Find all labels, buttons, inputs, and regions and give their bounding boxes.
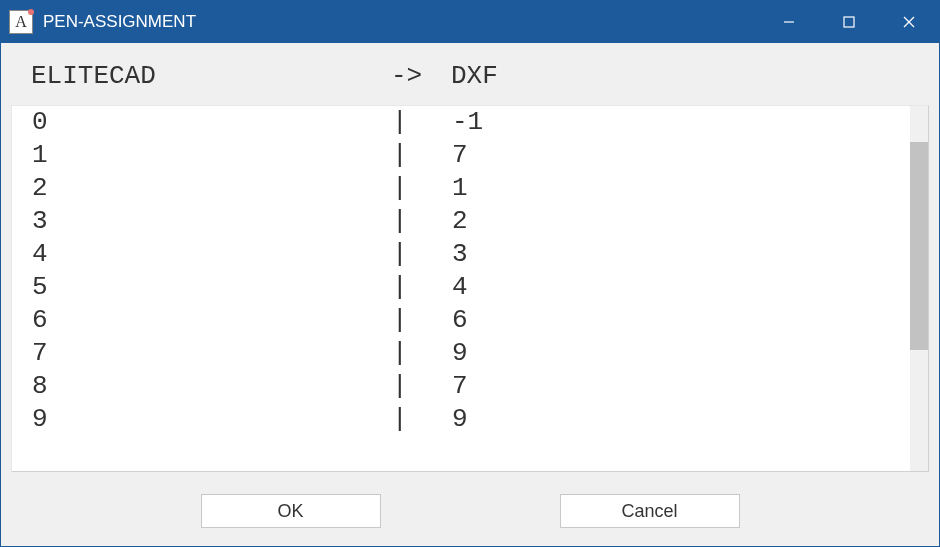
separator-icon: | xyxy=(392,271,452,304)
cell-elitecad: 8 xyxy=(32,370,392,403)
table-row[interactable]: 6|6 xyxy=(32,304,890,337)
cell-dxf: 7 xyxy=(452,139,890,172)
separator-icon: | xyxy=(392,370,452,403)
window-title: PEN-ASSIGNMENT xyxy=(43,12,759,32)
table-row[interactable]: 1|7 xyxy=(32,139,890,172)
table-row[interactable]: 9|9 xyxy=(32,403,890,436)
scrollbar[interactable] xyxy=(910,106,928,471)
svg-rect-1 xyxy=(844,17,854,27)
cell-dxf: 9 xyxy=(452,403,890,436)
cell-elitecad: 1 xyxy=(32,139,392,172)
cell-dxf: 7 xyxy=(452,370,890,403)
button-row: OK Cancel xyxy=(1,476,939,546)
cell-elitecad: 4 xyxy=(32,238,392,271)
app-icon: A xyxy=(9,10,33,34)
separator-icon: | xyxy=(392,337,452,370)
separator-icon: | xyxy=(392,403,452,436)
separator-icon: | xyxy=(392,238,452,271)
cell-elitecad: 5 xyxy=(32,271,392,304)
cell-dxf: 2 xyxy=(452,205,890,238)
close-button[interactable] xyxy=(879,1,939,43)
column-headers: ELITECAD -> DXF xyxy=(1,43,939,105)
table-row[interactable]: 0|-1 xyxy=(32,106,890,139)
cell-dxf: 6 xyxy=(452,304,890,337)
table-row[interactable]: 3|2 xyxy=(32,205,890,238)
table-row[interactable]: 2|1 xyxy=(32,172,890,205)
mapping-list-inner[interactable]: 0|-11|72|13|24|35|46|67|98|79|9 xyxy=(12,106,910,471)
separator-icon: | xyxy=(392,139,452,172)
table-row[interactable]: 8|7 xyxy=(32,370,890,403)
cell-dxf: 1 xyxy=(452,172,890,205)
header-arrow-icon: -> xyxy=(391,61,451,91)
cell-elitecad: 9 xyxy=(32,403,392,436)
window-controls xyxy=(759,1,939,43)
separator-icon: | xyxy=(392,304,452,337)
header-right: DXF xyxy=(451,61,909,91)
cell-dxf: 9 xyxy=(452,337,890,370)
cell-elitecad: 0 xyxy=(32,106,392,139)
cell-elitecad: 2 xyxy=(32,172,392,205)
table-row[interactable]: 4|3 xyxy=(32,238,890,271)
separator-icon: | xyxy=(392,205,452,238)
ok-button[interactable]: OK xyxy=(201,494,381,528)
table-row[interactable]: 7|9 xyxy=(32,337,890,370)
separator-icon: | xyxy=(392,106,452,139)
dialog-content: ELITECAD -> DXF 0|-11|72|13|24|35|46|67|… xyxy=(1,43,939,546)
dialog-window: A PEN-ASSIGNMENT ELITECAD -> DXF 0|-11|7… xyxy=(0,0,940,547)
table-row[interactable]: 5|4 xyxy=(32,271,890,304)
titlebar[interactable]: A PEN-ASSIGNMENT xyxy=(1,1,939,43)
cell-dxf: -1 xyxy=(452,106,890,139)
mapping-list: 0|-11|72|13|24|35|46|67|98|79|9 xyxy=(11,105,929,472)
cell-elitecad: 6 xyxy=(32,304,392,337)
minimize-button[interactable] xyxy=(759,1,819,43)
cell-dxf: 3 xyxy=(452,238,890,271)
cancel-button[interactable]: Cancel xyxy=(560,494,740,528)
scroll-thumb[interactable] xyxy=(910,142,928,350)
header-left: ELITECAD xyxy=(31,61,391,91)
cell-elitecad: 3 xyxy=(32,205,392,238)
cell-dxf: 4 xyxy=(452,271,890,304)
cell-elitecad: 7 xyxy=(32,337,392,370)
maximize-button[interactable] xyxy=(819,1,879,43)
separator-icon: | xyxy=(392,172,452,205)
